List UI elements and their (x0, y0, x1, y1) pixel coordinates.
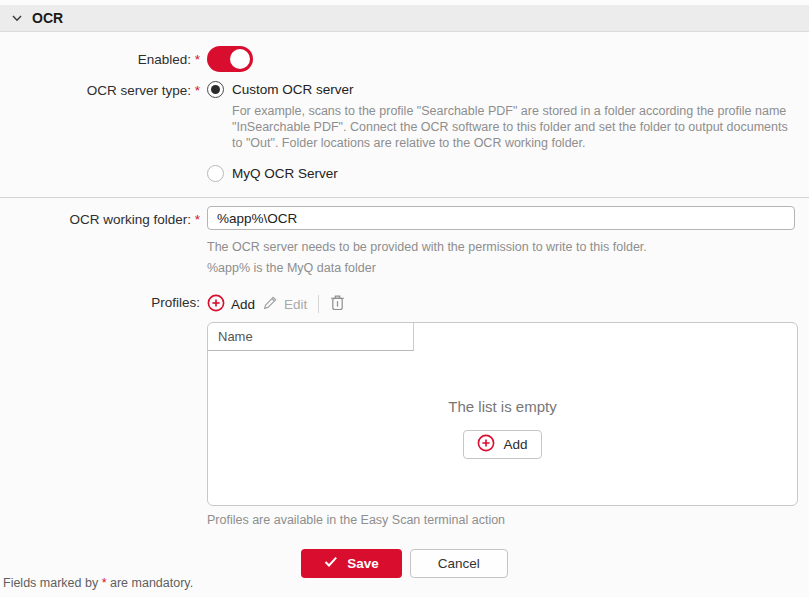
working-folder-help-1: The OCR server needs to be provided with… (207, 239, 647, 255)
radio-myq-label: MyQ OCR Server (232, 166, 338, 181)
radio-custom-ocr-server[interactable]: Custom OCR server (207, 81, 798, 98)
working-folder-help-2: %app% is the MyQ data folder (207, 260, 647, 276)
edit-button-label: Edit (284, 297, 307, 312)
working-folder-row: OCR working folder: * (0, 206, 809, 230)
empty-add-label: Add (503, 437, 527, 452)
profiles-delete-button[interactable] (330, 294, 345, 314)
chevron-down-icon (11, 12, 23, 24)
custom-server-help-text: For example, scans to the profile "Searc… (232, 103, 798, 151)
ocr-working-folder-input[interactable] (207, 206, 795, 230)
profiles-table-empty-state: The list is empty Add (208, 337, 797, 505)
trash-icon (330, 294, 345, 314)
check-icon (324, 556, 338, 571)
ocr-section-header[interactable]: OCR (0, 5, 809, 32)
enabled-row: Enabled: * (0, 46, 809, 72)
pencil-icon (262, 295, 278, 314)
profiles-toolbar: Add Edit (207, 293, 798, 315)
server-type-row: OCR server type: * Custom OCR server For… (0, 81, 809, 182)
enabled-label: Enabled: * (0, 52, 200, 67)
profiles-edit-button[interactable]: Edit (262, 295, 307, 314)
save-button[interactable]: Save (301, 549, 402, 578)
profiles-label: Profiles: (0, 293, 200, 310)
profiles-help-text: Profiles are available in the Easy Scan … (207, 512, 798, 528)
add-button-label: Add (231, 297, 255, 312)
radio-unselected-icon (207, 165, 224, 182)
working-folder-help-row: The OCR server needs to be provided with… (0, 230, 809, 281)
profiles-row: Profiles: Add Edit (0, 293, 809, 528)
profiles-table: Name The list is empty Add (207, 322, 798, 506)
cancel-button-label: Cancel (438, 556, 480, 571)
toolbar-separator (318, 295, 319, 313)
plus-circle-icon (207, 294, 225, 315)
profiles-add-button[interactable]: Add (207, 294, 255, 315)
plus-circle-icon (477, 434, 495, 455)
server-type-label: OCR server type: * (0, 81, 200, 98)
mandatory-fields-note: Fields marked by * are mandatory. (3, 576, 193, 590)
cancel-button[interactable]: Cancel (410, 549, 508, 578)
section-title: OCR (32, 10, 63, 26)
empty-list-text: The list is empty (448, 398, 556, 415)
toggle-knob (230, 49, 250, 69)
save-button-label: Save (347, 556, 379, 571)
radio-selected-icon (207, 81, 224, 98)
radio-myq-ocr-server[interactable]: MyQ OCR Server (207, 165, 798, 182)
form-actions: Save Cancel (0, 549, 809, 578)
working-folder-label: OCR working folder: * (0, 210, 200, 227)
empty-list-add-button[interactable]: Add (463, 430, 541, 459)
section-divider (0, 197, 809, 198)
enabled-toggle[interactable] (207, 46, 253, 72)
radio-custom-label: Custom OCR server (232, 82, 354, 97)
